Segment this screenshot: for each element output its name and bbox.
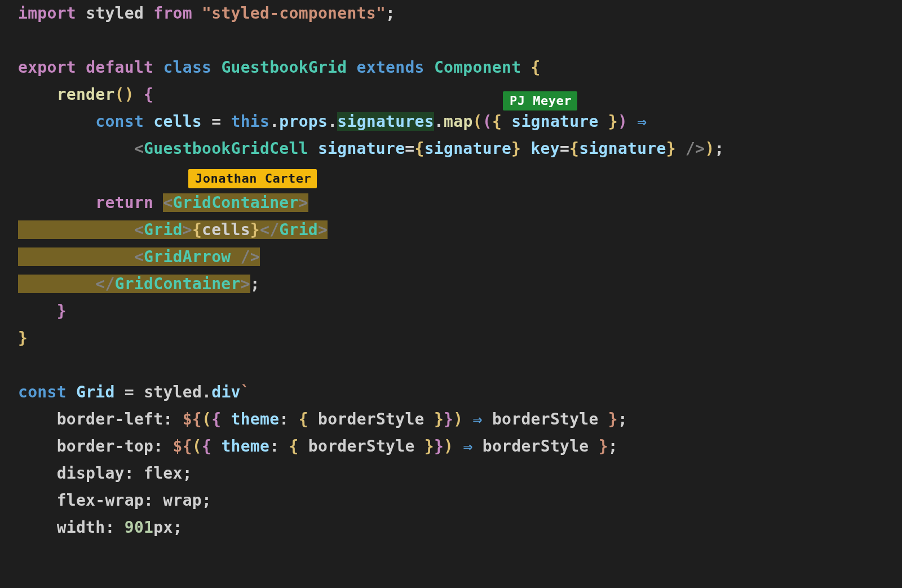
bs: borderStyle [318,410,425,428]
colon: : [279,410,298,428]
code-editor[interactable]: import styled from "styled-components"; … [0,0,902,541]
brace-close: } [18,329,28,347]
comp: Grid [279,220,318,239]
kw-const: const [95,112,144,131]
bs: borderStyle [492,410,599,428]
semi: ; [250,275,260,293]
brace: } [511,139,521,158]
brace: } [444,410,453,428]
div: div [211,383,240,401]
kw-extends: extends [357,58,425,77]
attr: signature [318,139,405,158]
arrow: ⇒ [473,410,483,428]
presence-label-jc: Jonathan Carter [188,169,317,188]
eq: = [125,383,134,401]
var-signature: signature [511,112,598,131]
brace: { [415,139,425,158]
theme: theme [221,437,269,456]
name: Grid [76,383,115,401]
styled: styled [144,383,202,401]
semi: ; [618,410,627,428]
dot: . [434,112,444,131]
selection-yellow: </GridContainer> [18,275,250,293]
paren: ( [202,410,211,428]
css: border-top: [57,437,173,456]
brace: { [192,220,202,239]
selection-green: signatures [337,112,434,131]
ident-styled: styled [86,4,144,23]
bs: borderStyle [308,437,415,456]
line-17: border-top: ${({ theme: { borderStyle }}… [18,437,618,456]
kw-export: export [18,58,76,77]
brace-open: { [530,58,540,77]
var-cells: cells [153,112,202,131]
brace: } [434,410,444,428]
line-20: width: 901px; [18,518,183,537]
paren: ( [473,112,483,131]
gt: > [318,220,328,239]
line-10: <GridArrow /> [18,247,260,266]
colon: : [269,437,289,456]
var-signatures: signatures [337,112,434,131]
brace: } [666,139,676,158]
attr: key [530,139,559,158]
kw-import: import [18,4,76,23]
paren: ) [444,437,453,456]
semi: ; [715,139,724,158]
line-16: border-left: ${({ theme: { borderStyle }… [18,410,627,428]
var: signature [425,139,511,158]
close: /> [241,247,260,266]
string-pkg: "styled-components" [202,4,386,23]
eq: = [560,139,569,158]
gt: > [241,275,250,293]
line-blank [18,356,28,374]
line-blank [18,166,28,185]
gt: > [299,193,308,212]
fn-map: map [444,112,472,131]
paren: ) [618,112,627,131]
brace-close: } [57,302,67,320]
paren: ( [192,437,202,456]
bs: borderStyle [483,437,589,456]
selection-yellow: <GridArrow /> [18,247,260,266]
paren: ) [453,410,463,428]
line-18: display: flex; [18,464,192,483]
gt: > [183,220,192,239]
comp: GridArrow [144,247,231,266]
line-5: const cells = this.props.signatures.map(… [18,112,647,131]
line-blank [18,31,28,50]
interp: ${ [173,437,192,456]
eq: = [405,139,414,158]
brace: { [492,112,502,131]
brace-open: { [144,85,153,104]
comp: Grid [144,220,183,239]
paren: ( [483,112,492,131]
brace: { [202,437,211,456]
kw-return: return [95,193,153,212]
css: flex-wrap: wrap; [57,491,212,510]
var: signature [579,139,666,158]
paren: () [115,85,134,104]
kw-const: const [18,383,67,401]
kw-this: this [231,112,270,131]
classname: GuestbookGrid [221,58,347,77]
comp: GuestbookGridCell [144,139,308,158]
line-13: } [18,329,28,347]
css: display: flex; [57,464,192,483]
var-props: props [279,112,328,131]
line-11: </GridContainer>; [18,275,260,293]
brace: { [211,410,221,428]
presence-label-pj: PJ Meyer [503,91,577,110]
arrow: ⇒ [637,112,647,131]
dot: . [269,112,279,131]
eq: = [211,112,221,131]
end: } [599,437,608,456]
num: 901 [125,518,153,537]
kw-default: default [86,58,153,77]
line-3: export default class GuestbookGrid exten… [18,58,541,77]
css: px; [153,518,182,537]
lt: < [134,139,144,158]
line-9: <Grid>{cells}</Grid> [18,220,328,239]
lt: < [134,220,144,239]
css: width: [57,518,125,537]
